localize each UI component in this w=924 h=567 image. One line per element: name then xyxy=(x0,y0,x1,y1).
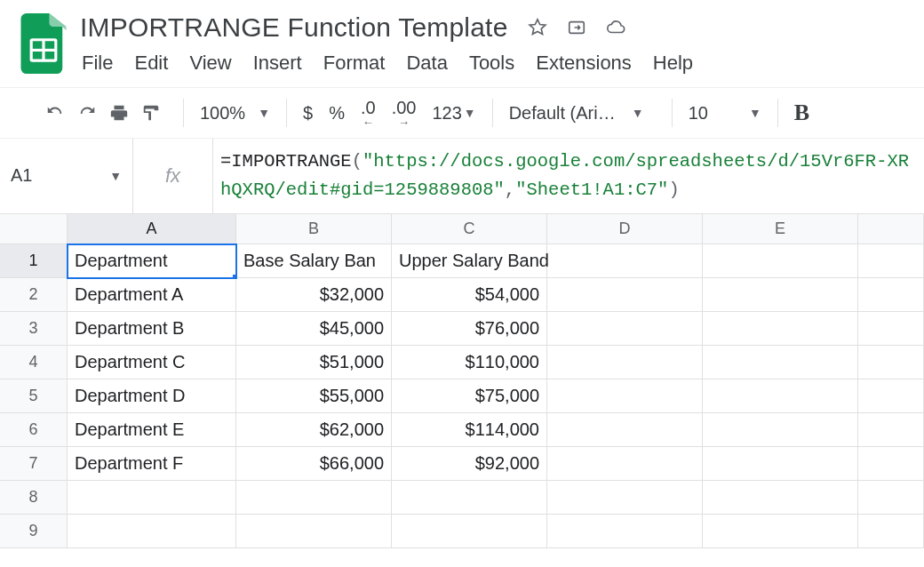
cell-A2[interactable]: Department A xyxy=(68,278,236,312)
cell-F5[interactable] xyxy=(858,379,924,413)
menu-help[interactable]: Help xyxy=(653,52,693,75)
row-header-9[interactable]: 9 xyxy=(0,515,68,548)
cell-B4[interactable]: $51,000 xyxy=(236,346,392,379)
cell-A5[interactable]: Department D xyxy=(68,379,236,413)
sheets-logo-icon[interactable] xyxy=(16,9,71,78)
row-header-6[interactable]: 6 xyxy=(0,413,68,447)
cell-D5[interactable] xyxy=(547,379,703,413)
row-header-1[interactable]: 1 xyxy=(0,244,68,278)
menu-file[interactable]: File xyxy=(82,52,113,75)
cell-F3[interactable] xyxy=(858,312,924,346)
select-all-corner[interactable] xyxy=(0,214,68,244)
cell-A7[interactable]: Department F xyxy=(68,447,236,481)
cell-D8[interactable] xyxy=(547,481,703,515)
row-header-5[interactable]: 5 xyxy=(0,379,68,413)
font-size-select[interactable]: 10 ▼ xyxy=(689,103,761,124)
cell-D7[interactable] xyxy=(547,447,703,481)
cell-A3[interactable]: Department B xyxy=(68,312,236,346)
menu-view[interactable]: View xyxy=(189,52,231,75)
cell-C3[interactable]: $76,000 xyxy=(392,312,547,346)
cell-C7[interactable]: $92,000 xyxy=(392,447,547,481)
col-header-B[interactable]: B xyxy=(236,214,392,244)
increase-decimal-button[interactable]: .00 → xyxy=(392,99,417,128)
menu-tools[interactable]: Tools xyxy=(469,52,514,75)
cell-B2[interactable]: $32,000 xyxy=(236,278,392,312)
cell-E4[interactable] xyxy=(703,346,858,379)
row-header-2[interactable]: 2 xyxy=(0,278,68,312)
cell-F2[interactable] xyxy=(858,278,924,312)
menu-edit[interactable]: Edit xyxy=(134,52,168,75)
cell-E2[interactable] xyxy=(703,278,858,312)
cell-E1[interactable] xyxy=(703,244,858,278)
cell-E8[interactable] xyxy=(703,481,858,515)
col-header-blank[interactable] xyxy=(858,214,924,244)
row-header-8[interactable]: 8 xyxy=(0,481,68,515)
menu-extensions[interactable]: Extensions xyxy=(536,52,632,75)
redo-button[interactable] xyxy=(71,97,103,129)
cell-F8[interactable] xyxy=(858,481,924,515)
cell-D3[interactable] xyxy=(547,312,703,346)
row-header-3[interactable]: 3 xyxy=(0,312,68,346)
cell-F1[interactable] xyxy=(858,244,924,278)
cell-A4[interactable]: Department C xyxy=(68,346,236,379)
cell-B3[interactable]: $45,000 xyxy=(236,312,392,346)
formula-input[interactable]: =IMPORTRANGE("https://docs.google.com/sp… xyxy=(213,139,924,213)
col-header-C[interactable]: C xyxy=(392,214,547,244)
doc-title[interactable]: IMPORTRANGE Function Template xyxy=(80,12,508,43)
cell-C4[interactable]: $110,000 xyxy=(392,346,547,379)
col-header-E[interactable]: E xyxy=(703,214,858,244)
cell-B8[interactable] xyxy=(236,481,392,515)
cell-C5[interactable]: $75,000 xyxy=(392,379,547,413)
cell-A6[interactable]: Department E xyxy=(68,413,236,447)
paint-format-button[interactable] xyxy=(135,97,167,129)
more-formats-button[interactable]: 123 ▼ xyxy=(432,103,475,124)
cell-A8[interactable] xyxy=(68,481,236,515)
cell-D6[interactable] xyxy=(547,413,703,447)
menu-data[interactable]: Data xyxy=(406,52,447,75)
cell-B6[interactable]: $62,000 xyxy=(236,413,392,447)
cell-F4[interactable] xyxy=(858,346,924,379)
row-header-4[interactable]: 4 xyxy=(0,346,68,379)
print-button[interactable] xyxy=(103,97,135,129)
cell-B5[interactable]: $55,000 xyxy=(236,379,392,413)
cell-B9[interactable] xyxy=(236,515,392,548)
menu-insert[interactable]: Insert xyxy=(253,52,302,75)
cell-A1[interactable]: Department xyxy=(68,244,236,278)
cell-B7[interactable]: $66,000 xyxy=(236,447,392,481)
move-icon[interactable] xyxy=(567,18,586,37)
cell-E5[interactable] xyxy=(703,379,858,413)
cell-E9[interactable] xyxy=(703,515,858,548)
format-percent-button[interactable]: % xyxy=(329,103,345,124)
cell-C9[interactable] xyxy=(392,515,547,548)
cell-D4[interactable] xyxy=(547,346,703,379)
cell-D2[interactable] xyxy=(547,278,703,312)
zoom-select[interactable]: 100% ▼ xyxy=(200,103,270,124)
cell-D9[interactable] xyxy=(547,515,703,548)
cell-C2[interactable]: $54,000 xyxy=(392,278,547,312)
col-header-A[interactable]: A xyxy=(68,214,236,244)
cell-C6[interactable]: $114,000 xyxy=(392,413,547,447)
name-box[interactable]: A1 ▼ xyxy=(0,139,133,213)
row-header-7[interactable]: 7 xyxy=(0,447,68,481)
cell-C8[interactable] xyxy=(392,481,547,515)
undo-button[interactable] xyxy=(39,97,71,129)
star-icon[interactable] xyxy=(528,18,547,37)
cell-F9[interactable] xyxy=(858,515,924,548)
cell-D1[interactable] xyxy=(547,244,703,278)
cell-A9[interactable] xyxy=(68,515,236,548)
bold-button[interactable]: B xyxy=(794,100,809,126)
format-currency-button[interactable]: $ xyxy=(303,103,313,124)
cell-E6[interactable] xyxy=(703,413,858,447)
decrease-decimal-button[interactable]: .0 ← xyxy=(361,99,376,128)
cell-F7[interactable] xyxy=(858,447,924,481)
cell-B1[interactable]: Base Salary Ban xyxy=(236,244,392,278)
cell-C1[interactable]: Upper Salary Band xyxy=(392,244,547,278)
cloud-status-icon[interactable] xyxy=(606,18,625,37)
cell-E7[interactable] xyxy=(703,447,858,481)
col-header-D[interactable]: D xyxy=(547,214,703,244)
menu-format[interactable]: Format xyxy=(323,52,386,75)
cell-E3[interactable] xyxy=(703,312,858,346)
spreadsheet-grid[interactable]: A B C D E 1 Department Base Salary Ban U… xyxy=(0,214,924,548)
cell-F6[interactable] xyxy=(858,413,924,447)
font-family-select[interactable]: Default (Ari… ▼ xyxy=(509,103,656,124)
